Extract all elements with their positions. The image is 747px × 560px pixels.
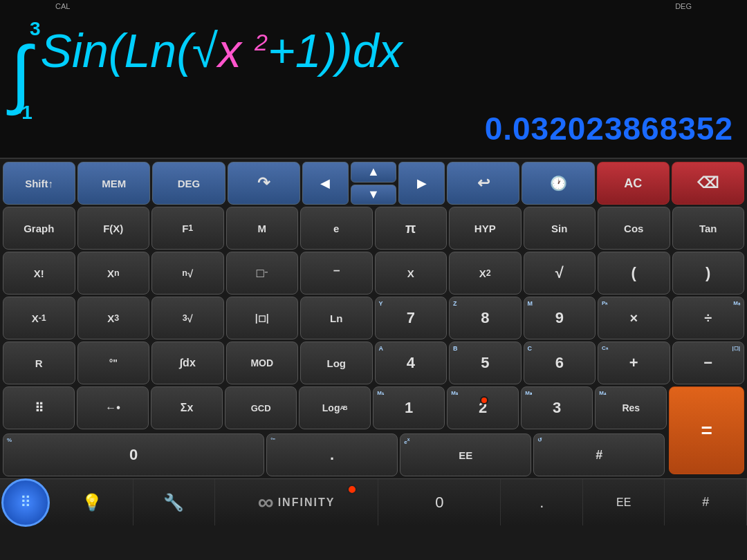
degree-button[interactable]: °"	[77, 342, 150, 384]
btn-6[interactable]: C 6	[524, 342, 596, 384]
format-button[interactable]: ⠿	[3, 386, 75, 429]
hyp-button[interactable]: HYP	[449, 207, 522, 250]
hash-toolbar[interactable]: #	[665, 479, 747, 525]
btn-7[interactable]: Y 7	[375, 297, 448, 339]
xn-button[interactable]: Xn	[77, 252, 150, 295]
btn-0-toolbar[interactable]: 0	[378, 479, 501, 525]
btn-2[interactable]: M₂ 2	[447, 386, 519, 429]
subtract-top-label: |◻|	[732, 345, 740, 351]
integral-button[interactable]: ∫dx	[151, 342, 224, 384]
lparen-button[interactable]: (	[598, 252, 670, 295]
tan-button[interactable]: Tan	[672, 207, 745, 250]
ee-button[interactable]: ex EE	[400, 433, 531, 476]
graph-button[interactable]: Graph	[3, 207, 75, 250]
ee-label: EE	[616, 496, 631, 509]
expression-body: Sin(Ln(√ x 2 +1)) d x	[41, 23, 403, 80]
btn-7-label: Y	[379, 300, 383, 307]
pi-button[interactable]: π	[375, 207, 448, 250]
btn-5-label: B	[453, 345, 458, 352]
cos-button[interactable]: Cos	[598, 207, 670, 250]
m-button[interactable]: M	[226, 207, 299, 250]
ln-button[interactable]: Ln	[300, 297, 373, 339]
f1-button[interactable]: F1	[151, 207, 224, 250]
r-button[interactable]: R	[3, 342, 75, 384]
sum-button[interactable]: Σx	[151, 386, 223, 429]
subtract-button[interactable]: |◻| −	[672, 342, 745, 384]
hash-top-label: ↺	[537, 437, 542, 443]
deg-button[interactable]: DEG	[152, 162, 225, 205]
backspace-button[interactable]: ⌫	[672, 162, 744, 205]
hash-button[interactable]: ↺ #	[533, 433, 665, 476]
x-button[interactable]: X	[375, 252, 448, 295]
btn-8[interactable]: Z 8	[449, 297, 522, 339]
logo-dots: ⠿	[20, 494, 31, 512]
x3-button[interactable]: X3	[77, 297, 150, 339]
hash-label: #	[702, 495, 709, 510]
undo-button[interactable]: ↩	[447, 162, 519, 205]
dot-button[interactable]: °" .	[266, 433, 398, 476]
cbrt-button[interactable]: 3√	[151, 297, 224, 339]
brand-name: INFINITY	[278, 496, 335, 509]
btn-8-label: Z	[453, 300, 457, 307]
tools-button[interactable]: 🔧	[133, 479, 216, 525]
expression-display: 3 ∫ −1 Sin(Ln(√ x 2 +1)) d x	[10, 7, 737, 124]
mixed-frac-button[interactable]: □⁻	[226, 252, 299, 295]
factorial-button[interactable]: X!	[3, 252, 75, 295]
btn-9-label: M	[528, 300, 533, 307]
x2-button[interactable]: X2	[449, 252, 522, 295]
add-top-label: Cₕ	[602, 345, 608, 351]
nav-right-button[interactable]: ▶	[398, 162, 445, 205]
abs-button[interactable]: |◻|	[226, 297, 299, 339]
frac-button[interactable]: ⁻	[300, 252, 373, 295]
nav-up-button[interactable]: ▲	[351, 162, 397, 183]
history-button[interactable]: 🕐	[522, 162, 594, 205]
hint-button[interactable]: 💡	[51, 479, 133, 525]
exponent-2: 2	[255, 29, 268, 55]
shift-button[interactable]: Shift↑	[3, 162, 75, 205]
btn-5[interactable]: B 5	[449, 342, 522, 384]
multiply-button[interactable]: Pₕ ×	[598, 297, 670, 339]
ee-top-label: ex	[404, 437, 409, 445]
ac-button[interactable]: AC	[597, 162, 670, 205]
btn-3-label: M₃	[525, 390, 532, 396]
button-row-2: Graph F(X) F1 M e π HYP Sin Cos Tan	[3, 207, 744, 250]
xinv-button[interactable]: X-1	[3, 297, 75, 339]
dot-toolbar[interactable]: .	[501, 479, 583, 525]
left-insert-button[interactable]: ←•	[77, 386, 149, 429]
divide-button[interactable]: M₈ ÷	[672, 297, 745, 339]
display-labels: CAL DEG	[0, 2, 747, 10]
fx-button[interactable]: F(X)	[77, 207, 150, 250]
toolbar-alert	[347, 485, 357, 494]
deg-label: DEG	[675, 2, 692, 10]
res-button[interactable]: M₄ Res	[595, 386, 667, 429]
logb-button[interactable]: LogAB	[299, 386, 371, 429]
button-area: Shift↑ MEM DEG ↷ ◀ ▲ ▶ ▼ ↩ 🕐 AC ⌫ Graph …	[0, 159, 747, 478]
nav-left-button[interactable]: ◀	[302, 162, 349, 205]
btn-4[interactable]: A 4	[375, 342, 448, 384]
gcd-button[interactable]: GCD	[225, 386, 297, 429]
multiply-top-label: Pₕ	[602, 300, 607, 306]
equal-button[interactable]: =	[669, 386, 744, 474]
btn-3[interactable]: M₃ 3	[521, 386, 593, 429]
logo-button[interactable]: ⠿	[1, 478, 50, 527]
redo-button[interactable]: ↷	[228, 162, 300, 205]
sqrt-button[interactable]: √	[524, 252, 596, 295]
sin-button[interactable]: Sin	[524, 207, 596, 250]
add-button[interactable]: Cₕ +	[598, 342, 670, 384]
nav-down-button[interactable]: ▼	[351, 185, 397, 205]
btn-9[interactable]: M 9	[524, 297, 596, 339]
rparen-button[interactable]: )	[672, 252, 745, 295]
mod-button[interactable]: MOD	[226, 342, 299, 384]
mem-button[interactable]: MEM	[77, 162, 150, 205]
ee-toolbar[interactable]: EE	[583, 479, 665, 525]
btn-0[interactable]: % 0	[3, 433, 264, 476]
button-row-3: X! Xn n√ □⁻ ⁻ X X2 √ ( )	[3, 252, 744, 295]
nth-root-button[interactable]: n√	[151, 252, 224, 295]
dot-label: .	[540, 494, 544, 512]
btn-1[interactable]: M₁ 1	[373, 386, 445, 429]
log-button[interactable]: Log	[300, 342, 373, 384]
integral-symbol: ∫	[10, 35, 31, 111]
variable-x: x	[218, 24, 241, 77]
hint-icon: 💡	[82, 493, 102, 512]
e-button[interactable]: e	[300, 207, 373, 250]
